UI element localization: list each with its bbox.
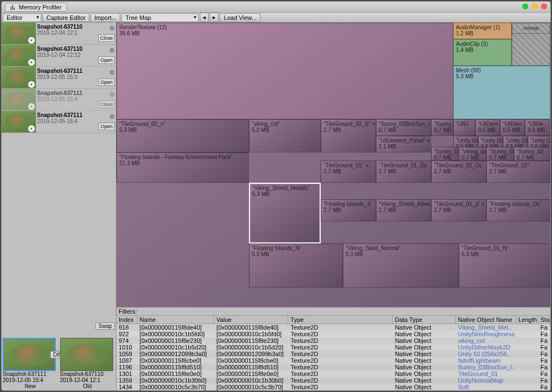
treemap-tile[interactable]: "TileGround_02_n" 5.3 MB	[116, 119, 249, 152]
treemap-tile[interactable]: "UIElement_Panel" <2.1 MB	[376, 136, 431, 152]
compare-old-thumb[interactable]	[60, 338, 113, 371]
treemap-tile[interactable]: "TileGround_01_N" 5.3 MB	[459, 243, 550, 288]
table-row[interactable]: 1301[0x0000000115f8e0e0][0x0000000115f8e…	[116, 370, 550, 377]
compare-new-slot[interactable]: Snapshot-637111 2019-12-05 15:4 New	[3, 338, 58, 389]
snapshot-item[interactable]: × Snapshot-6371102019-12-04 12:1 ⚙Close	[2, 23, 116, 45]
table-row[interactable]: 918[0x0000000115f8de40][0x0000000115f8de…	[116, 324, 550, 331]
close-icon[interactable]: ×	[28, 37, 35, 44]
snapshot-item[interactable]: × Snapshot-6371102019-12-04 12:12 ⚙Open	[2, 45, 116, 67]
tm-mesh[interactable]: Mesh (58) 5.3 MB	[453, 66, 550, 119]
treemap-tile[interactable]: "Viking_Shield_Metalic" 5.3 MB	[249, 183, 321, 243]
treemap-tile[interactable]: "TileGround_01_s" <2.7 MB	[431, 199, 486, 221]
tm-audio-manager[interactable]: AudioManager (1) 1.2 MB	[453, 23, 512, 39]
treemap-tile[interactable]: "UIEl	[453, 119, 475, 136]
snapshot-item[interactable]: × Snapshot-6371112019-12-05 15:4 ⚙Open	[2, 111, 116, 133]
gear-icon[interactable]: ⚙	[98, 47, 115, 54]
table-row[interactable]: 1010[0x0000000010c1b5d20][0x0000000010c1…	[116, 344, 550, 351]
treemap-tile[interactable]: "TileGround_01" <2.7 MB	[321, 161, 376, 183]
load-view-button[interactable]: Load View...	[220, 13, 261, 22]
tm-audio-clip[interactable]: AudioClip (5) 1.4 MB	[453, 39, 512, 66]
col-index[interactable]: Index	[116, 316, 137, 324]
treemap-tile[interactable]: "Floating Islands_Oc"2.7 MB	[486, 199, 550, 221]
tile-title: "UIElem	[478, 121, 497, 127]
treemap-tile[interactable]: "Viking_Sield_Normal" 5.3 MB	[343, 243, 459, 288]
treemap-tile[interactable]: "Floating Islands_N" 5.3 MB	[249, 243, 343, 288]
view-mode-dropdown[interactable]: Tree Map	[121, 13, 199, 22]
table-row[interactable]: 1059[0x0000000012099b3a0][0x000000001209…	[116, 351, 550, 357]
snapshot-thumb[interactable]: ×	[2, 45, 36, 67]
snapshot-action-button[interactable]: Close	[98, 34, 115, 42]
tab-title[interactable]: Memory Profiler	[5, 3, 67, 12]
table-row[interactable]: 1434[0x0000000010c5c3b70][0x0000000010c5…	[116, 384, 550, 390]
gear-icon[interactable]: ⚙	[98, 25, 115, 32]
gear-icon[interactable]: ⚙	[98, 91, 115, 98]
maximize-button[interactable]	[532, 3, 538, 9]
tile-size: 2.1 MB	[379, 144, 428, 150]
treemap-tile[interactable]: "TileGround_02" 2.7 MB	[486, 161, 550, 183]
minimize-button[interactable]	[522, 3, 528, 9]
treemap-tile[interactable]: "TileGround_02_Oc2.7 MB	[431, 161, 486, 183]
tm-render-texture[interactable]: RenderTexture (12) 38.6 MB	[116, 23, 453, 119]
compare-old-slot[interactable]: Snapshot-637110 2019-12-04 12:1 Old	[60, 338, 115, 389]
col-value[interactable]: Value	[214, 316, 288, 324]
svg-rect-1	[12, 5, 13, 10]
treemap-tile[interactable]: "Sunny_00.7 MB	[431, 147, 459, 161]
treemap-tile[interactable]: "Floating Islands - Fantasy Environment …	[116, 152, 249, 183]
compare-old-name: Snapshot-637110	[60, 371, 115, 377]
snapshot-action-button[interactable]: Open	[98, 78, 115, 86]
snapshot-action-button[interactable]: Open	[98, 123, 115, 130]
table-row[interactable]: 1359[0x0000000010c1b30b0][0x0000000010c1…	[116, 377, 550, 384]
close-button[interactable]	[541, 3, 547, 9]
snapshot-thumb[interactable]: ×	[2, 111, 36, 133]
treemap-tile[interactable]: "UIElen0.5 MB	[500, 119, 525, 136]
treemap-tile[interactable]: "Viking_Shield_Albed2.7 MB	[376, 199, 431, 221]
close-icon[interactable]: ×	[28, 125, 35, 132]
treemap-tile[interactable]: "viking_col" 5.3 MB	[249, 119, 321, 152]
col-data-type[interactable]: Data Type	[392, 316, 455, 324]
treemap-tile[interactable]: "UIEle0.5 MB	[525, 119, 550, 136]
table-row[interactable]: 922[0x0000000010c1b5fd0][0x0000000010c1b…	[116, 331, 550, 337]
snapshot-action-button[interactable]: Open	[98, 56, 115, 64]
treemap-tile[interactable]: "Floating Islands_S2.7 MB	[321, 199, 376, 221]
gear-icon[interactable]: ⚙	[98, 69, 115, 76]
editor-dropdown[interactable]: Editor	[3, 13, 41, 22]
tile-size: 0.7 MB	[434, 155, 456, 161]
next-button[interactable]: ▸	[210, 13, 219, 22]
treemap-tile[interactable]: "Sunny_030.7 MB	[514, 147, 550, 161]
gear-icon[interactable]: ⚙	[98, 113, 115, 120]
snapshot-item[interactable]: × Snapshot-6371112019-12-05 15:4 ⚙Close	[2, 89, 116, 111]
table-body[interactable]: 918[0x0000000115f8de40][0x0000000115f8de…	[116, 324, 550, 390]
treemap-tile[interactable]: "UIElem0.5 MB	[475, 119, 500, 136]
snapshot-thumb[interactable]: ×	[2, 89, 36, 111]
table-row[interactable]: 1196[0x0000000115f8d510][0x0000000115f8d…	[116, 364, 550, 370]
col-name[interactable]: Name	[137, 316, 214, 324]
table-row[interactable]: 974[0x0000000115f8e230][0x0000000115f8e2…	[116, 337, 550, 344]
compare-new-thumb[interactable]	[3, 338, 56, 371]
snapshot-item[interactable]: × Snapshot-6371112019-12-05 15:3 ⚙Open	[2, 67, 116, 89]
col-type[interactable]: Type	[288, 316, 392, 324]
snapshot-thumb[interactable]: ×	[2, 23, 36, 45]
snapshot-action-button[interactable]: Close	[98, 100, 115, 108]
treemap-tile[interactable]: "TileGround_02_S" <2.7 MB	[321, 119, 376, 152]
snapshot-thumb[interactable]: ×	[2, 67, 36, 89]
import-button[interactable]: Import...	[91, 13, 120, 22]
close-icon[interactable]: ×	[28, 81, 35, 88]
col-native-object[interactable]: Native Object Name	[456, 316, 516, 324]
capture-button[interactable]: Capture Editor	[43, 13, 89, 22]
treemap-tile[interactable]: "Sunny_0.7 MB	[431, 119, 453, 136]
treemap[interactable]: RenderTexture (12) 38.6 MB AudioManager …	[116, 23, 550, 307]
treemap-tile[interactable]: "Sunny_030.7 MB	[486, 147, 514, 161]
tile-size: 0.5 MB	[503, 127, 522, 133]
col-sta[interactable]: Sta	[538, 316, 550, 324]
treemap-tile[interactable]: "viking_we0.7 MB	[459, 147, 486, 161]
tm-animat[interactable]: Animat	[512, 23, 550, 34]
treemap-tile[interactable]: "TileGround_01_Oc2.7 MB	[376, 161, 431, 183]
close-icon[interactable]: ×	[28, 103, 35, 110]
prev-button[interactable]: ◂	[200, 13, 209, 22]
table-row[interactable]: 1087[0x0000000115f8cbe0][0x0000000115f8c…	[116, 357, 550, 364]
swap-button[interactable]: Swap	[95, 322, 115, 330]
close-icon[interactable]: ×	[28, 59, 35, 66]
col-length[interactable]: Length	[516, 316, 538, 324]
tile-size: 5.3 MB	[252, 127, 318, 133]
treemap-tile[interactable]: "Sunny_03BnoSun_l0.7 MB	[376, 119, 431, 136]
